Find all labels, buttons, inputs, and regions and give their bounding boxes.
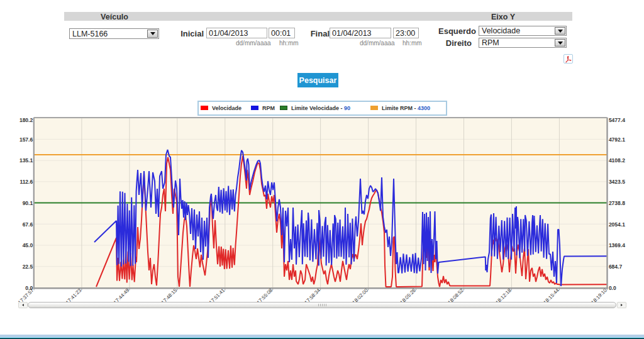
svg-text:5477.4: 5477.4 [609, 117, 625, 123]
svg-text:4792.1: 4792.1 [609, 136, 625, 143]
svg-text:1369.4: 1369.4 [609, 242, 625, 248]
svg-text:112.6: 112.6 [19, 179, 33, 185]
svg-text:157.6: 157.6 [19, 136, 33, 143]
svg-text:67.6: 67.6 [23, 221, 33, 228]
svg-text:90.1: 90.1 [23, 200, 33, 206]
svg-text:4108.2: 4108.2 [609, 157, 625, 164]
svg-text:0.0: 0.0 [609, 285, 616, 291]
svg-text:45.0: 45.0 [23, 242, 33, 248]
svg-text:684.7: 684.7 [609, 264, 623, 270]
svg-text:180.2: 180.2 [19, 117, 33, 123]
svg-text:22.5: 22.5 [23, 264, 33, 270]
svg-text:2738.8: 2738.8 [609, 200, 625, 206]
svg-text:2054.1: 2054.1 [609, 221, 625, 228]
svg-text:135.1: 135.1 [19, 157, 33, 164]
svg-text:3423.5: 3423.5 [609, 179, 625, 185]
